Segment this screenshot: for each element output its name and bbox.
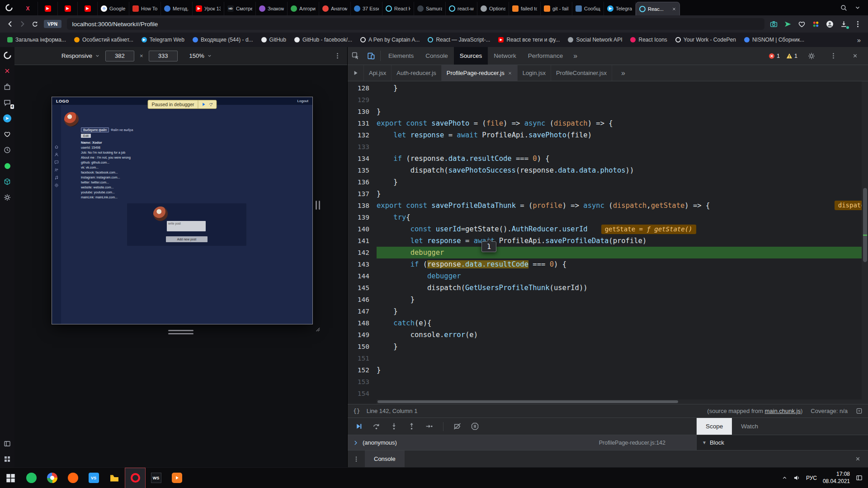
line-number[interactable]: 134 <box>348 153 377 164</box>
browser-tab[interactable]: Сообще... <box>572 2 604 15</box>
bookmark-item[interactable]: Особистий кабінет... <box>74 37 133 43</box>
browser-tab[interactable]: HDСмотре... <box>224 2 256 15</box>
browser-tab[interactable]: 37 Essen... <box>351 2 382 15</box>
clock[interactable]: 17:08 08.04.2021 <box>823 471 850 485</box>
step-out-button[interactable] <box>408 422 415 430</box>
bookmark-item[interactable]: React Icons <box>630 37 667 43</box>
drawer-menu-icon[interactable] <box>348 450 365 467</box>
format-icon[interactable]: {} <box>353 408 360 414</box>
line-number[interactable]: 150 <box>348 341 377 352</box>
code-line[interactable]: 148 catch(e){ <box>348 317 868 329</box>
step-over-button[interactable] <box>373 422 380 430</box>
bookmark-item[interactable]: Social Network API <box>568 37 622 43</box>
app-settings-icon[interactable] <box>54 183 59 188</box>
code-line[interactable]: 142 debugger <box>348 247 868 258</box>
panel-toggle-icon[interactable] <box>3 439 12 448</box>
line-number[interactable]: 153 <box>348 376 377 388</box>
bookmark-item[interactable]: React — JavaScript-... <box>428 37 490 43</box>
settings-gear-icon[interactable] <box>804 52 819 60</box>
browser-tab[interactable]: ▶Telegra... <box>604 2 636 15</box>
browser-tab[interactable]: ▶ <box>78 2 98 15</box>
resize-handle-bottom[interactable] <box>168 330 193 334</box>
line-number[interactable]: 137 <box>348 188 377 200</box>
bookmark-item[interactable]: NISNOM | Сборник... <box>744 37 804 43</box>
taskbar-icon-player[interactable] <box>166 468 187 488</box>
drawer-tab-console[interactable]: Console <box>365 450 405 467</box>
bag-icon[interactable] <box>3 82 12 91</box>
post-input[interactable]: write post <box>167 221 206 231</box>
browser-tab[interactable]: Options <box>477 2 509 15</box>
zoom-select[interactable]: 150% <box>189 52 212 59</box>
browser-tab[interactable]: git - fail... <box>541 2 572 15</box>
code-line[interactable]: 139 try{ <box>348 211 868 223</box>
tab-performance[interactable]: Performance <box>522 47 569 65</box>
code-line[interactable]: 151 <box>348 352 868 364</box>
start-button[interactable] <box>0 468 21 488</box>
browser-tab[interactable]: Анатом... <box>319 2 351 15</box>
browser-tab[interactable]: Метод... <box>161 2 193 15</box>
browser-tab[interactable]: ▶ <box>58 2 78 15</box>
browser-tab[interactable]: Reac... <box>636 2 680 15</box>
browser-tab[interactable]: React Ho... <box>382 2 414 15</box>
dialogs-icon[interactable] <box>54 160 59 164</box>
line-number[interactable]: 152 <box>348 364 377 376</box>
file-tab[interactable]: ProfileContainer.jsx <box>551 65 612 81</box>
tab-search-icon[interactable] <box>840 5 847 11</box>
vpn-badge[interactable]: VPN <box>44 20 61 28</box>
line-number[interactable]: 143 <box>348 258 377 270</box>
tray-expand-icon[interactable] <box>782 475 788 481</box>
line-number[interactable]: 149 <box>348 329 377 341</box>
code-line[interactable]: 140 const userId=getState().AuthReducer.… <box>348 223 868 235</box>
browser-tab[interactable]: Знаком... <box>256 2 288 15</box>
code-line[interactable]: 135 dispatch(savePhotoSuccess(response.d… <box>348 164 868 176</box>
bookmark-item[interactable]: ▶React все теги и фу... <box>498 37 560 43</box>
bottom-grid-icon[interactable] <box>3 455 12 464</box>
code-line[interactable]: 131export const savePhoto = (file) => as… <box>348 117 868 129</box>
download-icon[interactable] <box>840 20 848 28</box>
line-number[interactable]: 130 <box>348 106 377 117</box>
file-tab[interactable]: Auth-reducer.js <box>392 65 441 81</box>
profile-icon[interactable] <box>54 152 59 157</box>
line-number[interactable]: 146 <box>348 294 377 305</box>
line-number[interactable]: 131 <box>348 117 377 129</box>
more-tabs-icon[interactable]: » <box>569 47 582 65</box>
music-icon[interactable] <box>54 175 59 180</box>
code-line[interactable]: 153 <box>348 376 868 388</box>
tab-sources[interactable]: Sources <box>454 47 488 65</box>
history-icon[interactable] <box>3 145 12 155</box>
settings-icon[interactable] <box>3 193 12 202</box>
code-line[interactable]: 138export const saveProfileDataThunk = (… <box>348 200 868 211</box>
home-icon[interactable] <box>54 145 59 149</box>
deactivate-breakpoints-button[interactable] <box>453 422 461 430</box>
heart-icon[interactable] <box>3 130 12 139</box>
file-tab[interactable]: Login.jsx <box>518 65 551 81</box>
taskbar-icon-opera[interactable] <box>125 468 146 488</box>
volume-icon[interactable] <box>793 474 800 481</box>
back-icon[interactable] <box>6 20 14 28</box>
bookmark-item[interactable]: Your Work - CodePen <box>675 37 736 43</box>
line-number[interactable]: 128 <box>348 82 377 94</box>
code-line[interactable]: 132 let response = await ProfileApi.save… <box>348 129 868 141</box>
browser-tab[interactable]: Алгорит... <box>288 2 319 15</box>
x-app-icon[interactable] <box>3 66 12 75</box>
code-line[interactable]: 152} <box>348 364 868 376</box>
code-line[interactable]: 144 debugger <box>348 270 868 282</box>
browser-menu-icon[interactable] <box>854 20 862 28</box>
line-number[interactable]: 151 <box>348 352 377 364</box>
tab-watch[interactable]: Watch <box>732 418 767 435</box>
notification-center-icon[interactable] <box>856 474 863 481</box>
status-menu-icon[interactable] <box>856 408 863 414</box>
browser-tab[interactable]: ▶Урок 13 <box>193 2 224 15</box>
resize-corner[interactable] <box>314 325 321 332</box>
extensions-icon[interactable] <box>812 20 820 28</box>
code-line[interactable]: 133 <box>348 141 868 153</box>
bookmark-item[interactable]: GitHub <box>261 37 286 43</box>
bookmark-item[interactable]: Загальна інформа... <box>7 37 66 43</box>
responsive-select[interactable]: Responsive <box>61 52 100 59</box>
taskbar-icon-vscode[interactable]: VS <box>83 468 104 488</box>
resize-handle-right[interactable] <box>316 201 320 210</box>
flow-icon[interactable] <box>784 20 792 28</box>
line-number[interactable]: 139 <box>348 211 377 223</box>
line-number[interactable]: 142 <box>348 247 377 258</box>
browser-tab[interactable]: How To | <box>129 2 161 15</box>
